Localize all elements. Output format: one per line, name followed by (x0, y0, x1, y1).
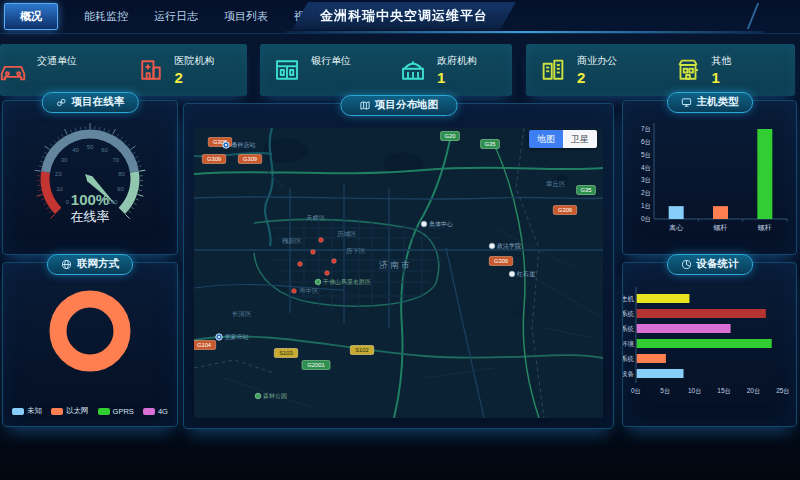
stat-item-hospital: 医院机构2 (124, 44, 248, 96)
legend-swatch (51, 408, 63, 415)
svg-text:20台: 20台 (747, 387, 761, 395)
svg-text:30: 30 (61, 157, 68, 163)
legend-label: GPRS (113, 407, 134, 416)
svg-text:章丘区: 章丘区 (546, 180, 566, 187)
stat-value (311, 69, 351, 86)
svg-text:桑梓店站: 桑梓店站 (232, 141, 256, 149)
dashboard: 概况能耗监控运行日志项目列表视频监控 金洲科瑞中央空调运维平台 交通单位医院机构… (0, 0, 800, 480)
stat-card-2: 银行单位政府机构1 (260, 44, 512, 96)
legend-item-未知[interactable]: 未知 (12, 406, 42, 416)
panel-title: 联网方式 (77, 257, 119, 271)
svg-text:螺杆: 螺杆 (758, 224, 772, 231)
svg-text:0: 0 (66, 199, 70, 205)
car-icon (0, 55, 28, 85)
stat-value: 1 (437, 69, 477, 86)
project-dot[interactable] (292, 289, 297, 294)
stat-label: 商业办公 (577, 54, 617, 68)
network-legend: 未知以太网GPRS4G (3, 406, 177, 416)
svg-text:主机: 主机 (623, 295, 635, 302)
legend-label: 未知 (27, 406, 42, 416)
svg-text:0台: 0台 (631, 387, 641, 395)
legend-item-4G[interactable]: 4G (143, 406, 168, 416)
bank-icon (272, 55, 302, 85)
project-dot[interactable] (332, 259, 337, 264)
globe-icon (61, 259, 72, 270)
map-toggle-satellite[interactable]: 卫星 (563, 130, 597, 148)
station-marker[interactable]: 党家庄站 (216, 333, 249, 341)
svg-text:历城区: 历城区 (337, 230, 357, 238)
legend-swatch (143, 408, 155, 415)
poi-marker[interactable]: 奥体中心 (421, 221, 453, 227)
road-shield-S103: S103 (274, 349, 297, 358)
stat-item-bank: 银行单位 (260, 44, 386, 96)
svg-text:森林公园: 森林公园 (263, 393, 287, 400)
nav-tab-4[interactable]: 项目列表 (224, 9, 268, 24)
stat-value: 1 (712, 69, 732, 86)
project-dot[interactable] (325, 271, 330, 276)
monitor-icon (681, 97, 692, 108)
nav-decoration (747, 3, 774, 29)
pie-stats-icon (681, 259, 692, 270)
svg-text:G2001: G2001 (307, 362, 324, 368)
svg-text:济南市: 济南市 (379, 260, 412, 270)
panel-host-type-header: 主机类型 (667, 92, 753, 113)
panel-online-rate-header: 项目在线率 (42, 92, 139, 113)
road-shield-G20: G20 (441, 132, 460, 141)
office-icon (538, 55, 568, 85)
svg-text:15台: 15台 (717, 387, 731, 395)
svg-text:政法学院: 政法学院 (497, 242, 521, 250)
svg-text:90: 90 (117, 186, 124, 192)
road-shield-G35: G35 (577, 186, 596, 195)
panel-online-rate: 项目在线率 0102030405060708090100100%在线率 (2, 100, 178, 255)
svg-text:长清区: 长清区 (232, 310, 252, 318)
host-type-bar-chart: 0台1台2台3台4台5台6台7台离心螺杆螺杆 (627, 115, 792, 245)
top-nav: 概况能耗监控运行日志项目列表视频监控 金洲科瑞中央空调运维平台 (0, 0, 800, 34)
svg-text:5台: 5台 (641, 151, 651, 159)
nav-tab-3[interactable]: 运行日志 (154, 9, 198, 24)
svg-text:40: 40 (72, 147, 79, 153)
svg-text:100%: 100% (71, 191, 109, 208)
svg-text:6台: 6台 (641, 138, 651, 146)
station-marker[interactable]: 桑梓店站 (223, 141, 256, 149)
svg-text:阀系统: 阀系统 (623, 325, 635, 333)
project-dot[interactable] (298, 262, 303, 267)
nav-tab-2[interactable]: 能耗监控 (84, 9, 128, 24)
legend-label: 以太网 (66, 406, 89, 416)
svg-text:70: 70 (113, 157, 120, 163)
stat-item-office: 商业办公2 (526, 44, 661, 96)
map-toggle-map[interactable]: 地图 (529, 130, 563, 148)
svg-text:在线率: 在线率 (71, 209, 110, 224)
legend-label: 4G (158, 407, 168, 416)
app-title: 金洲科瑞中央空调运维平台 (320, 7, 488, 25)
map-icon (359, 100, 370, 111)
svg-text:25台: 25台 (776, 387, 790, 395)
svg-text:离心: 离心 (668, 224, 683, 231)
svg-text:5台: 5台 (660, 387, 670, 395)
project-dot[interactable] (319, 238, 324, 243)
road-shield-G309: G309 (489, 257, 512, 266)
svg-text:G309: G309 (243, 156, 257, 162)
app-title-box: 金洲科瑞中央空调运维平台 (292, 2, 516, 30)
stat-card-1: 交通单位医院机构2 (0, 44, 247, 96)
project-distribution-map[interactable]: 济南市天桥区历城区槐荫区历下区市中区长清区章丘区G308G309G309G309… (194, 128, 603, 418)
road-shield-G35: G35 (481, 140, 500, 149)
svg-text:G309: G309 (207, 156, 221, 162)
svg-text:60: 60 (101, 147, 108, 153)
svg-text:党家庄站: 党家庄站 (225, 333, 249, 341)
panel-device-stats-header: 设备统计 (667, 254, 753, 275)
poi-marker[interactable]: 千佛山风景名胜区 (315, 278, 371, 286)
legend-swatch (98, 408, 110, 415)
svg-text:10: 10 (56, 186, 63, 192)
svg-text:槐荫区: 槐荫区 (282, 237, 302, 245)
legend-swatch (12, 408, 24, 415)
project-dot[interactable] (311, 250, 316, 255)
link-icon (56, 97, 67, 108)
stat-label: 医院机构 (175, 54, 215, 68)
panel-network-type: 联网方式 未知以太网GPRS4G (2, 262, 178, 427)
legend-item-以太网[interactable]: 以太网 (51, 406, 89, 416)
svg-text:4台: 4台 (641, 164, 651, 172)
legend-item-GPRS[interactable]: GPRS (98, 406, 134, 416)
device-stats-bar-chart: 主机泵系统阀系统小环境热系统量设备0台5台10台15台20台25台 (623, 285, 796, 413)
svg-text:G35: G35 (485, 141, 496, 147)
nav-tab-1[interactable]: 概况 (4, 3, 58, 30)
